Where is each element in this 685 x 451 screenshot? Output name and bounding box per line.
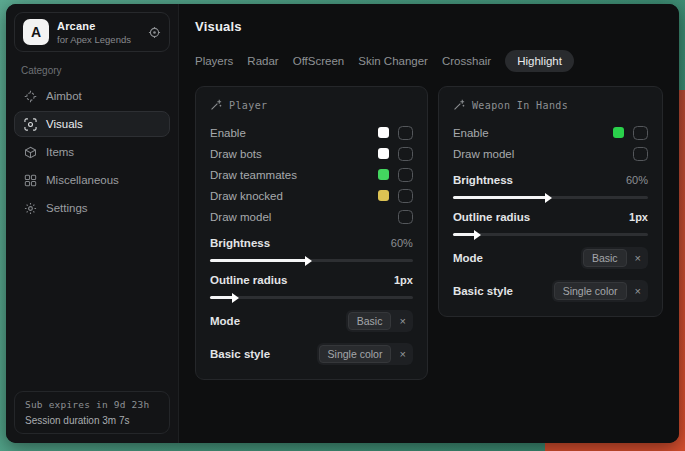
checkbox[interactable] <box>398 210 413 224</box>
slider-thumb[interactable] <box>232 293 239 303</box>
select-row-basic-style: Basic style Single color × <box>453 280 648 302</box>
slider-track[interactable] <box>453 233 648 236</box>
slider-label: Outline radius <box>453 211 629 223</box>
toggle-row-enable: Enable <box>453 122 648 143</box>
sidebar-item-visuals[interactable]: Visuals <box>14 111 170 137</box>
toggle-label: Draw knocked <box>210 190 378 202</box>
panel-player: Player Enable Draw bots Draw teammates D… <box>195 86 428 380</box>
slider-value: 60% <box>391 237 413 249</box>
slider-value: 60% <box>626 174 648 186</box>
slider-fill <box>210 259 307 262</box>
sidebar-item-label: Items <box>46 146 74 158</box>
category-label: Category <box>21 65 163 76</box>
crosshair-icon <box>24 90 37 103</box>
color-swatch[interactable] <box>378 190 389 201</box>
checkbox[interactable] <box>398 168 413 182</box>
toggle-label: Enable <box>210 127 378 139</box>
scan-icon <box>24 118 37 131</box>
select-row-mode: Mode Basic × <box>210 310 413 332</box>
panel-title: Weapon In Hands <box>472 100 568 111</box>
toggle-row-draw-model: Draw model <box>453 143 648 164</box>
select-value: Single color <box>554 282 627 300</box>
wand-icon <box>453 99 465 111</box>
slider-label: Brightness <box>210 237 391 249</box>
panel-header: Player <box>210 99 413 111</box>
app-name: Arcane <box>57 20 140 32</box>
main-area: Visuals PlayersRadarOffScreenSkin Change… <box>179 4 679 443</box>
toggle-row-draw-bots: Draw bots <box>210 143 413 164</box>
target-icon[interactable] <box>148 26 161 39</box>
toggle-label: Draw model <box>453 148 633 160</box>
brand-card: A Arcane for Apex Legends <box>14 12 170 52</box>
select-value: Single color <box>319 345 392 363</box>
slider-track[interactable] <box>210 259 413 262</box>
sidebar-item-items[interactable]: Items <box>14 139 170 165</box>
content-area: Player Enable Draw bots Draw teammates D… <box>195 86 663 380</box>
tab-players[interactable]: Players <box>195 50 233 72</box>
select-value: Basic <box>583 249 627 267</box>
select-row-basic-style: Basic style Single color × <box>210 343 413 365</box>
slider-brightness: Brightness 60% <box>453 171 648 199</box>
subscription-card: Sub expires in 9d 23h Session duration 3… <box>14 391 170 434</box>
color-swatch[interactable] <box>613 127 624 138</box>
panel-title: Player <box>229 100 268 111</box>
sub-expires-text: Sub expires in 9d 23h <box>25 399 159 410</box>
slider-fill <box>453 233 476 236</box>
toggle-row-draw-model: Draw model <box>210 206 413 227</box>
toggle-label: Draw model <box>210 211 398 223</box>
toggle-row-enable: Enable <box>210 122 413 143</box>
session-duration-text: Session duration 3m 7s <box>25 415 159 426</box>
x-icon[interactable]: × <box>635 253 641 264</box>
tab-offscreen[interactable]: OffScreen <box>293 50 345 72</box>
toggle-row-draw-teammates: Draw teammates <box>210 164 413 185</box>
select-chip[interactable]: Single color × <box>317 343 413 365</box>
slider-value: 1px <box>394 274 413 286</box>
checkbox[interactable] <box>398 147 413 161</box>
package-icon <box>24 146 37 159</box>
wand-icon <box>210 99 222 111</box>
x-icon[interactable]: × <box>399 316 405 327</box>
toggle-label: Draw bots <box>210 148 378 160</box>
select-label: Mode <box>453 252 581 264</box>
sidebar-item-miscellaneous[interactable]: Miscellaneous <box>14 167 170 193</box>
tab-highlight[interactable]: Highlight <box>505 50 574 72</box>
select-value: Basic <box>348 312 392 330</box>
slider-label: Brightness <box>453 174 626 186</box>
tab-crosshair[interactable]: Crosshair <box>442 50 491 72</box>
sidebar-item-aimbot[interactable]: Aimbot <box>14 83 170 109</box>
select-label: Basic style <box>210 348 317 360</box>
select-chip[interactable]: Single color × <box>552 280 648 302</box>
slider-brightness: Brightness 60% <box>210 234 413 262</box>
slider-value: 1px <box>629 211 648 223</box>
sidebar: A Arcane for Apex Legends Category Aimbo… <box>6 4 179 443</box>
checkbox[interactable] <box>633 147 648 161</box>
select-label: Mode <box>210 315 346 327</box>
select-chip[interactable]: Basic × <box>581 247 648 269</box>
color-swatch[interactable] <box>378 148 389 159</box>
page-title: Visuals <box>195 19 663 34</box>
app-logo: A <box>23 19 49 45</box>
select-row-mode: Mode Basic × <box>453 247 648 269</box>
slider-track[interactable] <box>210 296 413 299</box>
slider-thumb[interactable] <box>474 230 481 240</box>
sidebar-nav: Aimbot Visuals Items Miscellaneous Setti… <box>14 83 170 223</box>
checkbox[interactable] <box>398 126 413 140</box>
x-icon[interactable]: × <box>635 286 641 297</box>
sidebar-item-settings[interactable]: Settings <box>14 195 170 221</box>
select-chip[interactable]: Basic × <box>346 310 413 332</box>
slider-label: Outline radius <box>210 274 394 286</box>
slider-thumb[interactable] <box>305 256 312 266</box>
color-swatch[interactable] <box>378 169 389 180</box>
sidebar-item-label: Visuals <box>46 118 83 130</box>
checkbox[interactable] <box>398 189 413 203</box>
slider-thumb[interactable] <box>545 193 552 203</box>
color-swatch[interactable] <box>378 127 389 138</box>
app-subtitle: for Apex Legends <box>57 34 140 45</box>
slider-outline-radius: Outline radius 1px <box>453 208 648 236</box>
tab-skin-changer[interactable]: Skin Changer <box>358 50 428 72</box>
x-icon[interactable]: × <box>399 349 405 360</box>
tab-radar[interactable]: Radar <box>247 50 278 72</box>
grid-icon <box>24 174 37 187</box>
checkbox[interactable] <box>633 126 648 140</box>
slider-track[interactable] <box>453 196 648 199</box>
